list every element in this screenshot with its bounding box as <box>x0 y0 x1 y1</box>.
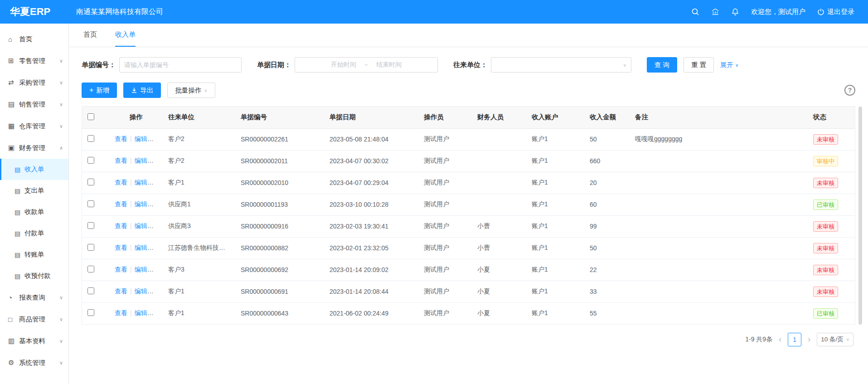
select-all-checkbox[interactable] <box>87 113 94 120</box>
delete-link[interactable]: 删除 <box>154 309 163 316</box>
tab-home[interactable]: 首页 <box>83 24 97 47</box>
tab-income-bill[interactable]: 收入单 <box>115 24 136 47</box>
chevron-down-icon: ∨ <box>59 295 63 301</box>
sidebar-subitem-advance-bill[interactable]: ▤收预付款 <box>0 265 68 287</box>
delete-link[interactable]: 删除 <box>154 135 163 142</box>
cell-date: 2023-02-01 23:32:05 <box>324 237 418 259</box>
delete-link[interactable]: 删除 <box>154 200 163 208</box>
edit-link[interactable]: 编辑 <box>135 135 154 142</box>
edit-link[interactable]: 编辑 <box>135 222 154 229</box>
partner-select[interactable]: ∨ <box>491 57 631 73</box>
scrollbar-thumb[interactable] <box>858 107 862 325</box>
row-checkbox[interactable] <box>87 200 94 207</box>
row-checkbox[interactable] <box>87 244 94 251</box>
cell-remark <box>630 194 808 215</box>
date-end-placeholder[interactable]: 结束时间 <box>376 61 402 69</box>
sidebar-item-purchase[interactable]: ⇄采购管理∨ <box>0 72 68 93</box>
delete-link[interactable]: 删除 <box>154 157 163 164</box>
row-checkbox[interactable] <box>87 309 94 316</box>
sidebar-item-home[interactable]: ⌂首页 <box>0 28 68 50</box>
search-button[interactable]: 查 询 <box>647 57 677 73</box>
cell-account: 账户1 <box>526 281 584 302</box>
row-checkbox[interactable] <box>87 222 94 229</box>
sidebar-subitem-income-bill[interactable]: ▤收入单 <box>0 159 68 180</box>
expand-link[interactable]: 展开 ∨ <box>720 61 738 69</box>
batch-button[interactable]: 批量操作 ∨ <box>167 83 215 98</box>
action-separator: | <box>130 222 132 229</box>
cell-remark: 嘎嘎嘎gggggggg <box>630 128 808 150</box>
delete-link[interactable]: 删除 <box>154 179 163 186</box>
edit-link[interactable]: 编辑 <box>135 287 154 295</box>
sidebar-subitem-payment-bill[interactable]: ▤付款单 <box>0 223 68 244</box>
view-link[interactable]: 查看 <box>115 200 127 208</box>
sidebar-item-basedata[interactable]: ▥基本资料∨ <box>0 330 68 352</box>
sidebar-item-sales[interactable]: ▤销售管理∨ <box>0 93 68 115</box>
sidebar-item-report[interactable]: ◔报表查询∨ <box>0 287 68 308</box>
view-link[interactable]: 查看 <box>115 266 127 273</box>
cell-bill_no: SR00000002261 <box>235 128 324 150</box>
pagination: 1-9 共9条 ‹ 1 › 10 条/页 ∨ <box>82 333 853 346</box>
view-link[interactable]: 查看 <box>115 244 127 251</box>
delete-link[interactable]: 删除 <box>154 287 163 295</box>
row-checkbox[interactable] <box>87 287 94 294</box>
view-link[interactable]: 查看 <box>115 287 127 295</box>
edit-link[interactable]: 编辑 <box>135 266 154 273</box>
edit-link[interactable]: 编辑 <box>135 179 154 186</box>
delete-link[interactable]: 删除 <box>154 244 163 251</box>
cell-finance <box>472 172 526 194</box>
company-name: 南通某某网络科技有限公司 <box>76 7 163 17</box>
edit-link[interactable]: 编辑 <box>135 244 154 251</box>
date-range-picker[interactable]: 开始时间 ~ 结束时间 <box>295 57 438 73</box>
next-page-button[interactable]: › <box>806 335 812 344</box>
logout-button[interactable]: 退出登录 <box>817 8 854 16</box>
help-icon[interactable]: ? <box>844 85 855 96</box>
export-button[interactable]: 导出 <box>123 83 161 98</box>
view-link[interactable]: 查看 <box>115 179 127 186</box>
current-page-button[interactable]: 1 <box>788 333 801 346</box>
row-checkbox[interactable] <box>87 266 94 272</box>
date-start-placeholder[interactable]: 开始时间 <box>331 61 356 69</box>
view-link[interactable]: 查看 <box>115 309 127 316</box>
cell-operator: 测试用户 <box>418 281 472 302</box>
delete-link[interactable]: 删除 <box>154 222 163 229</box>
doc-icon: ▤ <box>15 209 24 216</box>
delete-link[interactable]: 删除 <box>154 266 163 273</box>
column-header: 单据日期 <box>324 107 418 128</box>
edit-link[interactable]: 编辑 <box>135 200 154 208</box>
cell-finance: 小夏 <box>472 259 526 281</box>
status-badge: 未审核 <box>813 287 838 297</box>
bill-no-input[interactable] <box>119 57 242 73</box>
sidebar-item-finance[interactable]: ▣财务管理∧ <box>0 137 68 159</box>
cell-finance <box>472 150 526 172</box>
cell-operator: 测试用户 <box>418 302 472 324</box>
sidebar-subitem-receipt-bill[interactable]: ▤收款单 <box>0 201 68 223</box>
prev-page-button[interactable]: ‹ <box>777 335 783 344</box>
bell-icon[interactable] <box>731 8 739 16</box>
action-separator: | <box>130 135 132 142</box>
cell-finance: 小曹 <box>472 237 526 259</box>
status-badge: 未审核 <box>813 178 838 188</box>
cell-remark <box>630 302 808 324</box>
add-button[interactable]: + 新增 <box>82 83 117 98</box>
search-icon[interactable] <box>691 8 699 16</box>
bank-icon[interactable] <box>711 8 719 16</box>
view-link[interactable]: 查看 <box>115 135 127 142</box>
vertical-scrollbar[interactable] <box>858 107 862 325</box>
page-size-select[interactable]: 10 条/页 ∨ <box>817 333 853 346</box>
view-link[interactable]: 查看 <box>115 222 127 229</box>
sidebar-subitem-expense-bill[interactable]: ▤支出单 <box>0 180 68 201</box>
sidebar-subitem-transfer-bill[interactable]: ▤转账单 <box>0 244 68 265</box>
row-checkbox[interactable] <box>87 179 94 185</box>
view-link[interactable]: 查看 <box>115 157 127 164</box>
sidebar-item-system[interactable]: ⚙系统管理∨ <box>0 352 68 374</box>
sidebar-item-warehouse[interactable]: ▦仓库管理∨ <box>0 115 68 137</box>
reset-button[interactable]: 重 置 <box>684 57 714 73</box>
edit-link[interactable]: 编辑 <box>135 157 154 164</box>
sidebar-item-goods[interactable]: □商品管理∨ <box>0 308 68 330</box>
edit-link[interactable]: 编辑 <box>135 309 154 316</box>
row-checkbox[interactable] <box>87 157 94 164</box>
row-checkbox-cell <box>82 128 109 150</box>
sidebar-item-retail[interactable]: ⊞零售管理∨ <box>0 50 68 72</box>
row-checkbox[interactable] <box>87 135 94 142</box>
toolbar: + 新增 导出 批量操作 ∨ ? <box>82 83 855 98</box>
